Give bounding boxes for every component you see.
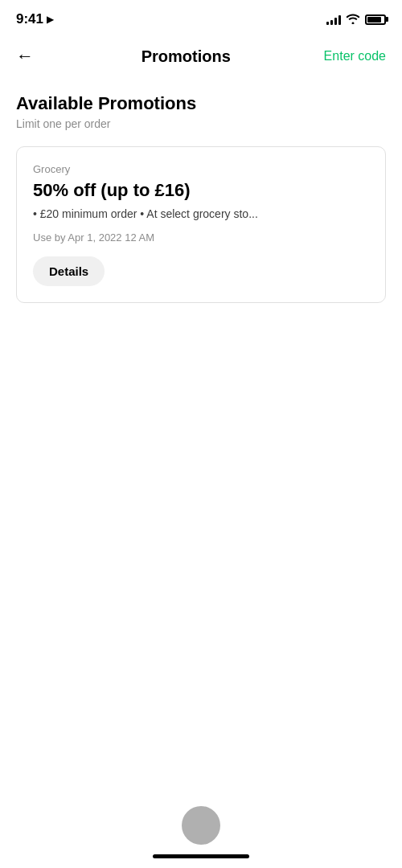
battery-icon: [365, 14, 386, 25]
promo-title: 50% off (up to £16): [33, 180, 369, 201]
promo-card: Grocery 50% off (up to £16) • £20 minimu…: [16, 146, 386, 303]
details-button[interactable]: Details: [33, 256, 105, 286]
back-button[interactable]: ←: [16, 40, 48, 72]
back-arrow-icon: ←: [16, 46, 34, 67]
section-title: Available Promotions: [16, 93, 386, 114]
main-content: Available Promotions Limit one per order…: [0, 80, 402, 316]
status-icons: [326, 13, 386, 27]
nav-header: ← Promotions Enter code: [0, 35, 402, 80]
status-bar: 9:41 ▶: [0, 0, 402, 35]
promo-description: • £20 minimum order • At select grocery …: [33, 207, 369, 220]
home-indicator-bar: [153, 854, 249, 858]
page-title: Promotions: [48, 47, 324, 66]
promo-expiry: Use by Apr 1, 2022 12 AM: [33, 231, 369, 244]
time-display: 9:41: [16, 11, 43, 27]
section-subtitle: Limit one per order: [16, 117, 386, 130]
status-time: 9:41 ▶: [16, 11, 54, 27]
promo-category: Grocery: [33, 163, 369, 175]
location-arrow-icon: ▶: [47, 14, 54, 25]
signal-bars-icon: [326, 14, 341, 25]
enter-code-button[interactable]: Enter code: [324, 49, 386, 63]
home-indicator-area: [0, 804, 402, 868]
home-button-circle[interactable]: [182, 806, 220, 845]
wifi-icon: [346, 13, 360, 27]
